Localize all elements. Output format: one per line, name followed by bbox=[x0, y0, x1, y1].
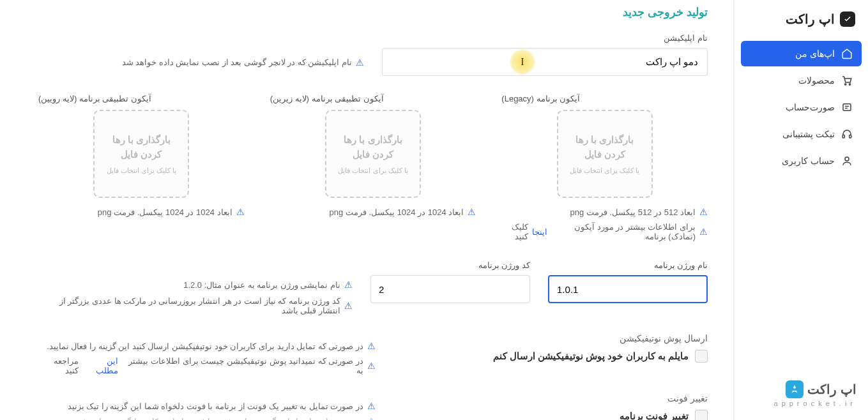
svg-point-0 bbox=[845, 84, 846, 85]
sidebar: اپ راکت اپ‌های من محصولات صورت‌حساب bbox=[734, 0, 868, 420]
app-name-hint: نام اپلیکیشن که در لانچر گوشی بعد از نصب… bbox=[122, 57, 352, 67]
brand-name: اپ راکت bbox=[786, 11, 835, 27]
push-hint-2-prefix: در صورتی که نمیدانید پوش نوتیفیکیشن چیست… bbox=[122, 356, 363, 375]
info-icon: ⚠ bbox=[699, 207, 708, 217]
app-name-label: نام اپلیکیشن bbox=[382, 33, 708, 43]
push-hint-2-suffix: مراجعه کنید bbox=[38, 356, 79, 375]
nav-label: حساب کاربری bbox=[782, 156, 835, 166]
push-hint-link[interactable]: این مطلب bbox=[82, 356, 118, 375]
font-checkbox[interactable] bbox=[695, 410, 708, 420]
svg-rect-4 bbox=[849, 135, 851, 139]
font-checkbox-label: تغییر فونت برنامه bbox=[620, 410, 689, 420]
icon-more-info-prefix: برای اطلاعات بیشتر در مورد آیکون (نمادک)… bbox=[551, 222, 696, 241]
font-hint-2: در صورت استفاده از این گزینه زمانی شدن ب… bbox=[77, 417, 363, 421]
dropzone-sub-text: یا کلیک برای انتخاب فایل bbox=[570, 167, 639, 175]
icon-legacy-label: آیکون برنامه (Legacy) bbox=[501, 94, 580, 103]
icon-foreground-label: آیکون تطبیقی برنامه (لایه رویین) bbox=[38, 94, 151, 103]
user-icon bbox=[841, 155, 853, 167]
info-icon: ⚠ bbox=[699, 227, 708, 237]
footer-brand: اپ راکت bbox=[807, 382, 857, 397]
svg-point-5 bbox=[845, 157, 849, 161]
icon-legacy-dropzone[interactable]: بارگذاری با رها کردن فایل یا کلیک برای ا… bbox=[557, 110, 653, 198]
icon-legacy-hint: ابعاد 512 در 512 پیکسل. فرمت png bbox=[570, 207, 696, 217]
info-icon: ⚠ bbox=[367, 341, 376, 351]
info-icon: ⚠ bbox=[344, 280, 353, 290]
dropzone-sub-text: یا کلیک برای انتخاب فایل bbox=[338, 167, 407, 175]
nav-support[interactable]: تیکت پشتیبانی bbox=[741, 121, 862, 147]
icon-more-info-suffix: کلیک کنید bbox=[501, 222, 528, 241]
app-name-input[interactable] bbox=[382, 48, 708, 76]
svg-point-1 bbox=[849, 84, 850, 85]
info-icon: ⚠ bbox=[367, 401, 376, 411]
nav: اپ‌های من محصولات صورت‌حساب تیکت پشتیبان… bbox=[735, 37, 868, 177]
icon-foreground-hint: ابعاد 1024 در 1024 پیکسل. فرمت png bbox=[98, 207, 232, 217]
dropzone-main-text: بارگذاری با رها کردن فایل bbox=[565, 133, 645, 161]
cart-icon bbox=[841, 75, 853, 86]
dropzone-main-text: بارگذاری با رها کردن فایل bbox=[333, 133, 413, 161]
page-title: تولید خروجی جدید bbox=[38, 5, 708, 19]
info-icon: ⚠ bbox=[367, 416, 376, 420]
nav-label: تیکت پشتیبانی bbox=[782, 129, 835, 139]
nav-label: صورت‌حساب bbox=[786, 102, 835, 112]
font-hint-1: در صورت تمایل به تغییر یک فونت از برنامه… bbox=[68, 401, 363, 411]
nav-products[interactable]: محصولات bbox=[741, 68, 862, 93]
info-icon: ⚠ bbox=[367, 361, 376, 371]
push-hint-1: در صورتی که تمایل دارید برای کاربران خود… bbox=[47, 341, 363, 351]
push-section-title: ارسال پوش نوتیفیکیشن bbox=[401, 333, 708, 343]
version-code-label: کد ورژن برنامه bbox=[370, 260, 530, 270]
icon-more-info-link[interactable]: اینجا bbox=[532, 227, 547, 237]
brand: اپ راکت bbox=[735, 11, 868, 37]
headset-icon bbox=[841, 128, 853, 140]
main-content: تولید خروجی جدید نام اپلیکیشن I ⚠ نام اپ… bbox=[0, 0, 734, 420]
version-hint-1: نام نمایشی ورژن برنامه به عنوان مثال: 1.… bbox=[183, 280, 340, 290]
version-name-label: نام ورژن برنامه bbox=[548, 260, 708, 270]
dropzone-main-text: بارگذاری با رها کردن فایل bbox=[101, 133, 181, 161]
footer-domain: approcket.ir bbox=[774, 400, 857, 407]
info-icon: ⚠ bbox=[468, 207, 476, 217]
icon-background-label: آیکون تطبیقی برنامه (لایه زیرین) bbox=[270, 94, 384, 103]
nav-invoice[interactable]: صورت‌حساب bbox=[741, 94, 862, 120]
dropzone-sub-text: یا کلیک برای انتخاب فایل bbox=[107, 167, 176, 175]
info-icon: ⚠ bbox=[344, 301, 353, 311]
svg-rect-3 bbox=[842, 135, 844, 139]
invoice-icon bbox=[841, 101, 853, 113]
info-icon: ⚠ bbox=[236, 207, 245, 217]
brand-icon bbox=[840, 11, 855, 27]
icon-foreground-dropzone[interactable]: بارگذاری با رها کردن فایل یا کلیک برای ا… bbox=[93, 110, 189, 198]
nav-label: محصولات bbox=[798, 75, 835, 86]
info-icon: ⚠ bbox=[356, 57, 364, 68]
font-section-title: تغییر فونت bbox=[401, 393, 708, 403]
nav-my-apps[interactable]: اپ‌های من bbox=[741, 41, 862, 66]
rocket-icon bbox=[786, 380, 803, 398]
version-name-input[interactable] bbox=[548, 275, 708, 303]
footer-logo: اپ راکت approcket.ir bbox=[774, 380, 857, 407]
icon-background-dropzone[interactable]: بارگذاری با رها کردن فایل یا کلیک برای ا… bbox=[325, 110, 421, 198]
home-icon bbox=[841, 48, 853, 59]
icon-background-hint: ابعاد 1024 در 1024 پیکسل. فرمت png bbox=[329, 207, 464, 217]
version-code-input[interactable] bbox=[370, 275, 530, 303]
svg-rect-2 bbox=[843, 104, 851, 111]
nav-account[interactable]: حساب کاربری bbox=[741, 148, 862, 174]
push-checkbox[interactable] bbox=[695, 350, 708, 363]
version-hint-2: کد ورژن برنامه که نیاز است در هر انتشار … bbox=[38, 296, 340, 315]
nav-label: اپ‌های من bbox=[795, 49, 835, 59]
push-checkbox-label: مایلم به کاربران خود پوش نوتیفیکیشن ارسا… bbox=[493, 350, 689, 362]
